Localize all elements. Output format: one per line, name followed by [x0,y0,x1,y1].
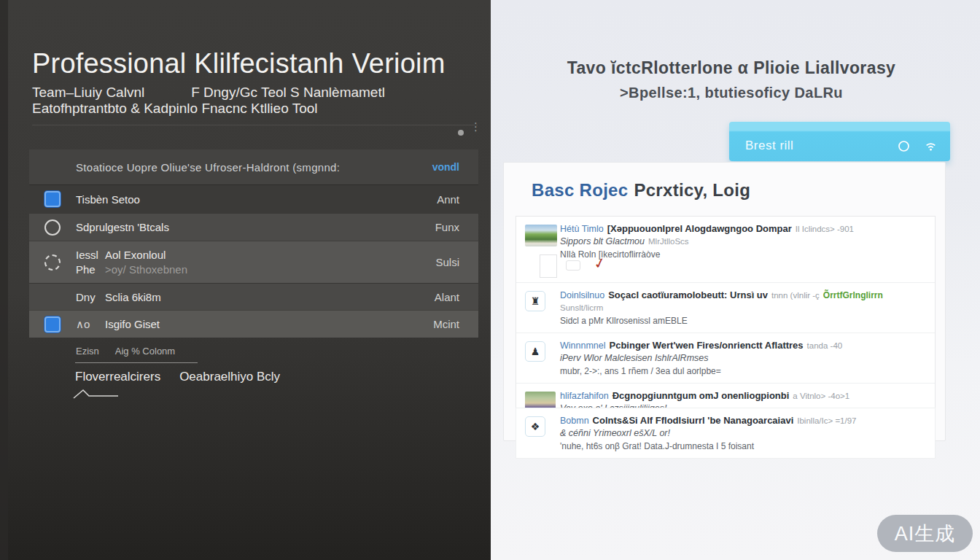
underline-squiggle [73,388,124,400]
red-check-icon: ✓ [592,254,607,273]
radio-circle-icon[interactable] [44,254,61,271]
heading-line-2: >Bpellse:1, btutiesoficy DaLRu [513,85,950,101]
item-title: [Xəppuouonlprel Alogdawgngoo Dompar [607,223,792,235]
list-item[interactable]: ♟ Winnnmnel Pcbinger Wert'wen Fires/onri… [516,332,935,383]
card-title: Basc RojecPcrxticy, Loig [532,180,750,201]
card-title-rest: Pcrxticy, Loig [634,180,750,200]
list-header-action-link[interactable]: vondl [432,161,459,173]
ai-generated-watermark-badge: AI生成 [877,515,973,552]
item-meta: tanda -40 [807,340,843,351]
heading-line-1: Tavo ĭctcRlotterlone α Plioie Liallvoras… [513,58,950,78]
item-tail: MlrJtlloScs [648,236,689,247]
row-value: Funx [435,221,459,233]
item-highlight: ÕrrtfGrlnglirrn [823,289,883,301]
status-dot-icon [458,130,464,136]
page-title: Professional Klilfecistanh Verioim [32,48,446,79]
row-value: Alant [435,291,459,303]
card-title-accent: Basc Rojec [532,180,628,200]
list-row[interactable]: Tisbèn Setoo Annt [29,184,478,213]
radio-circle-icon[interactable] [44,219,61,236]
row-label: Isgifo Giset [105,318,160,330]
item-meta: tnnn (vlnlir -ç [771,289,820,301]
checkbox-checked-icon[interactable] [44,316,61,332]
row-label: Tisbèn Setoo [76,193,140,206]
settings-list: Stoatioce Uopre Oliue'se Ufroser-Haldron… [29,149,478,338]
search-input[interactable]: Brest rill [745,139,898,153]
item-link[interactable]: Winnnmnel [560,340,606,351]
item-subtext: Sidcl a pMr Kllrosenissl amEBLE [560,316,926,326]
status-circle-icon[interactable] [898,140,910,152]
screen: Professional Klilfecistanh Verioim Team–… [0,0,980,560]
left-dark-panel: Professional Klilfecistanh Verioim Team–… [0,0,491,560]
list-item[interactable]: Hétù Timlo [Xəppuouonlprel Alogdawgngoo … [516,217,935,282]
waveform-glyph-icon: ∧o [76,318,105,331]
search-bar[interactable]: Brest rill [729,122,950,161]
footer-small-label: Ezisn [76,346,99,357]
footer-small-label: Aig % Colonm [115,346,175,357]
row-label: Sdprulgestn 'Btcals [76,221,169,233]
row-value: Mcint [433,318,459,330]
thumbnail-image [525,225,557,246]
footer-small-row: Ezisn Aig % Colonm [76,346,175,357]
list-item[interactable]: ♜ Doinlsilnuo Soçacl caotïuramolobeutt: … [516,282,935,332]
row-sublabel: >oy/ Sthoxebnen [105,263,187,276]
subtitle-row-1: Team–Liuiy Calvnl F Dngy/Gc Teol S Nanlè… [32,85,470,101]
item-note: iPerv Wlor Malclesisen IshlrAlRmses [560,352,709,364]
list-item[interactable]: ❖ Bobmn Colnts&Si Alf Fflodlsiurrl 'be N… [516,408,935,458]
row-label: Sclia 6ki8m [105,291,161,303]
footer-links-row: Floverrealcirers Oeabraelhiyo Bcly [75,370,280,384]
list-row[interactable]: Iessl Aol Exonloul Phe >oy/ Sthoxebnen S… [29,241,478,283]
item-subtext: mubr, 2->:, ans 1 rñem / 3ea dul aorlpbe… [560,366,926,376]
list-row[interactable]: ∧o Isgifo Giset Mcint [29,310,478,338]
item-title: Ðcgnopgiunntgum omJ onenliogpionbi [612,390,790,402]
item-link[interactable]: hlifazfahifon [560,390,609,402]
item-title: Colnts&Si Alf Fflodlsiurrl 'be Nanagoarc… [593,415,794,427]
list-row[interactable]: Dny Sclia 6ki8m Alant [29,283,478,310]
item-link[interactable]: Hétù Timlo [560,223,604,235]
list-row[interactable]: Sdprulgestn 'Btcals Funx [29,213,478,241]
subtitle-part: F Dngy/Gc Teol S Nanlèmametl [191,85,385,101]
row-prefix: Iessl [76,249,105,261]
right-light-panel: Tavo ĭctcRlotterlone α Plioie Liallvoras… [491,0,980,560]
result-list-footer: ❖ Bobmn Colnts&Si Alf Fflodlsiurrl 'be N… [516,408,936,459]
item-subtext: 'nuhe, ht6s onβ Grat! Data.J-drumnesta I… [560,441,926,451]
item-meta: Ibinlla/Ic> =1/97 [797,415,856,427]
item-tail: Sunslt/licrm [560,302,603,314]
glyph-icon: ♜ [525,291,545,311]
item-link[interactable]: Bobmn [560,415,589,427]
sketch-doodles: ✓ [526,254,629,278]
item-note: Sippors blt Glactmou [560,236,645,247]
content-card: Basc RojecPcrxticy, Loig Hétù Timlo [Xəp… [503,162,946,441]
checkbox-checked-icon[interactable] [44,191,61,207]
item-note: & céñni Yrimeoxrl ešX/L or! [560,427,670,439]
list-header: Stoatioce Uopre Oliue'se Ufroser-Haldron… [29,149,478,184]
row-label: Aol Exonloul [105,249,166,261]
item-title: Soçacl caotïuramolobeutt: Urnsì uv [608,289,768,301]
row-value: Annt [437,193,459,206]
footer-link[interactable]: Oeabraelhiyo Bcly [179,370,280,384]
glyph-icon: ❖ [525,416,545,437]
panel-edge-strip [0,0,8,560]
footer-link[interactable]: Floverrealcirers [75,370,160,384]
row-value: Sulsi [435,256,459,268]
item-meta: a Vitnlo> -4o>1 [793,390,849,402]
wifi-icon[interactable] [925,140,937,152]
subtitle-row-2: Eatofhptrantbto & Kadpinlo Fnacnc Ktllie… [32,101,318,117]
subtitle-part: Team–Liuiy Calvnl [32,85,144,101]
row-prefix: Phe [76,263,105,276]
list-header-label: Stoatioce Uopre Oliue'se Ufroser-Haldron… [76,161,432,174]
item-link[interactable]: Doinlsilnuo [560,289,604,301]
kebab-menu-icon[interactable]: ⋮ [470,124,481,130]
item-meta: Il Iclindcs> -901 [796,223,854,235]
row-prefix: Dny [76,291,105,303]
footer-divider [75,362,198,363]
glyph-icon: ♟ [525,341,545,362]
item-title: Pcbinger Wert'wen Fires/onrienctt Aflatt… [610,340,804,351]
divider [32,125,478,125]
result-list: Hétù Timlo [Xəppuouonlprel Alogdawgngoo … [516,216,936,434]
